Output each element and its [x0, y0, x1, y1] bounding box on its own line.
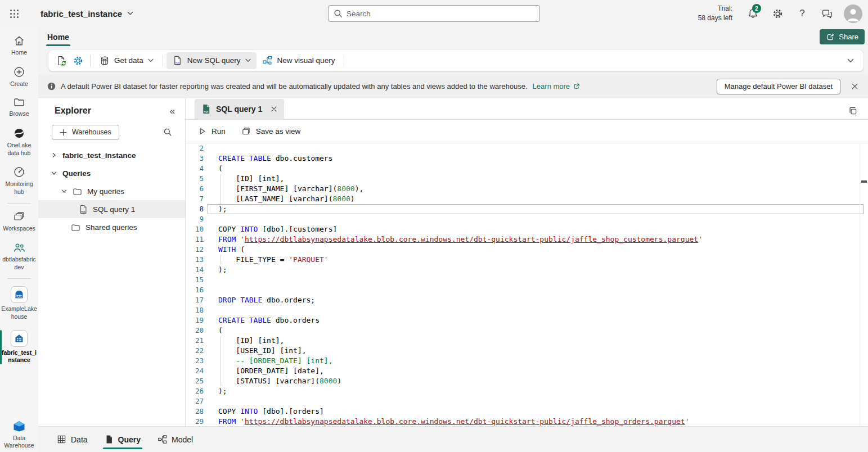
- code-line-content[interactable]: [LAST_NAME] [varchar](8000): [208, 194, 863, 204]
- code-line-content[interactable]: -- [ORDER_DATE] [int],: [208, 356, 863, 366]
- sql-editor[interactable]: 23CREATE TABLE dbo.customers4(5 [ID] [in…: [186, 143, 868, 426]
- refresh-document-button[interactable]: [53, 52, 70, 69]
- code-line[interactable]: 20(: [186, 326, 863, 336]
- code-line-content[interactable]: [ID] [int],: [208, 174, 863, 184]
- code-line[interactable]: 8);: [186, 204, 863, 214]
- code-line[interactable]: 2: [186, 143, 863, 153]
- notifications-button[interactable]: 2: [740, 1, 765, 26]
- workspace-switcher[interactable]: fabric_test_instance: [41, 9, 133, 19]
- code-line[interactable]: 21 [ID] [int],: [186, 336, 863, 346]
- explorer-search-button[interactable]: [159, 124, 176, 141]
- code-line[interactable]: 10COPY INTO [dbo].[customers]: [186, 224, 863, 234]
- code-line[interactable]: 7 [LAST_NAME] [varchar](8000): [186, 194, 863, 204]
- help-button[interactable]: ?: [790, 1, 815, 26]
- settings-button-toolbar[interactable]: [70, 52, 87, 69]
- new-sql-query-button[interactable]: SQL New SQL query: [167, 52, 257, 69]
- code-line-content[interactable]: [208, 285, 863, 295]
- code-line-content[interactable]: COPY INTO [dbo].[customers]: [208, 224, 863, 234]
- code-line[interactable]: 24 [ORDER_DATE] [date],: [186, 366, 863, 376]
- rail-item-fabric-test-instance[interactable]: fabric_test_instance: [0, 326, 38, 369]
- code-line-content[interactable]: [FIRST_NAME] [varchar](8000),: [208, 184, 863, 194]
- code-line-content[interactable]: [208, 143, 863, 153]
- code-line-content[interactable]: COPY INTO [dbo].[orders]: [208, 406, 863, 417]
- tab-model[interactable]: Model: [156, 427, 195, 452]
- code-line-content[interactable]: [ORDER_DATE] [date],: [208, 366, 863, 376]
- waffle-menu-icon[interactable]: [0, 0, 28, 27]
- tree-item-sql-query-1[interactable]: SQL SQL query 1: [38, 200, 185, 218]
- new-visual-query-button[interactable]: New visual query: [257, 52, 341, 69]
- rail-item-data-warehouse[interactable]: Data Warehouse: [0, 415, 38, 452]
- banner-close-button[interactable]: [845, 78, 863, 96]
- code-line-content[interactable]: [ID] [int],: [208, 336, 863, 346]
- tree-item-shared-queries[interactable]: Shared queries: [38, 218, 185, 236]
- code-line[interactable]: 11FROM 'https://dbtlabsynapsedatalake.bl…: [186, 234, 863, 245]
- code-line-content[interactable]: FILE_TYPE = 'PARQUET': [208, 255, 863, 265]
- search-input[interactable]: [347, 10, 534, 18]
- share-button[interactable]: Share: [820, 29, 865, 44]
- add-warehouses-button[interactable]: Warehouses: [52, 125, 119, 140]
- copy-button[interactable]: [845, 103, 860, 118]
- code-line-content[interactable]: CREATE TABLE dbo.customers: [208, 153, 863, 164]
- code-line[interactable]: 22 [USER_ID] [int],: [186, 346, 863, 356]
- code-line[interactable]: 4(: [186, 164, 863, 174]
- code-line-content[interactable]: [208, 396, 863, 406]
- rail-item-home[interactable]: Home: [0, 30, 38, 61]
- rail-item-create[interactable]: Create: [0, 61, 38, 93]
- rail-item-monitoring-hub[interactable]: Monitoring hub: [0, 161, 38, 200]
- get-data-button[interactable]: Get data: [94, 52, 159, 69]
- tree-item-my-queries[interactable]: My queries: [38, 182, 185, 200]
- code-line-content[interactable]: [208, 275, 863, 285]
- run-button[interactable]: Run: [193, 123, 231, 140]
- tab-query[interactable]: Query: [103, 427, 142, 452]
- explorer-collapse-button[interactable]: «: [170, 106, 175, 116]
- code-line[interactable]: 6 [FIRST_NAME] [varchar](8000),: [186, 184, 863, 194]
- learn-more-link[interactable]: Learn more: [533, 82, 580, 91]
- code-line-content[interactable]: );: [208, 265, 863, 275]
- code-line-content[interactable]: (: [208, 326, 863, 336]
- code-line-content[interactable]: );: [208, 386, 863, 396]
- code-line[interactable]: 28COPY INTO [dbo].[orders]: [186, 406, 863, 417]
- code-line[interactable]: 18: [186, 305, 863, 315]
- code-lines[interactable]: 23CREATE TABLE dbo.customers4(5 [ID] [in…: [186, 143, 863, 426]
- code-line[interactable]: 26);: [186, 386, 863, 396]
- tab-sql-query-1[interactable]: SQL SQL query 1: [195, 99, 284, 119]
- avatar[interactable]: [844, 4, 862, 23]
- code-line[interactable]: 12WITH (: [186, 245, 863, 255]
- code-line[interactable]: 9: [186, 214, 863, 224]
- rail-item-workspaces[interactable]: Workspaces: [0, 206, 38, 237]
- tree-item-fabric-test-instance[interactable]: fabric_test_instance: [38, 146, 185, 164]
- code-line-content[interactable]: );: [208, 204, 863, 214]
- code-line-content[interactable]: (: [208, 164, 863, 174]
- tab-data[interactable]: Data: [55, 427, 89, 452]
- code-line[interactable]: 13 FILE_TYPE = 'PARQUET': [186, 255, 863, 265]
- code-line-content[interactable]: FROM 'https://dbtlabsynapsedatalake.blob…: [208, 417, 863, 426]
- code-line[interactable]: 23 -- [ORDER_DATE] [int],: [186, 356, 863, 366]
- settings-button[interactable]: [765, 1, 790, 26]
- tab-home[interactable]: Home: [46, 27, 70, 47]
- rail-item-dbtlabsfabricdev[interactable]: dbtlabsfabricdev: [0, 237, 38, 275]
- editor-scrollbar[interactable]: [860, 143, 868, 426]
- toolbar-collapse-button[interactable]: [842, 52, 859, 69]
- code-line[interactable]: 29FROM 'https://dbtlabsynapsedatalake.bl…: [186, 417, 863, 426]
- code-line-content[interactable]: [208, 305, 863, 315]
- code-line-content[interactable]: FROM 'https://dbtlabsynapsedatalake.blob…: [208, 234, 863, 245]
- save-as-view-button[interactable]: Save as view: [236, 123, 306, 140]
- tree-item-queries[interactable]: Queries: [38, 164, 185, 182]
- code-line[interactable]: 14);: [186, 265, 863, 275]
- code-line[interactable]: 5 [ID] [int],: [186, 174, 863, 184]
- manage-default-dataset-button[interactable]: Manage default Power BI dataset: [717, 79, 840, 94]
- tab-close-button[interactable]: [267, 102, 281, 116]
- code-line-content[interactable]: WITH (: [208, 245, 863, 255]
- code-line-content[interactable]: [208, 214, 863, 224]
- code-line-content[interactable]: [USER_ID] [int],: [208, 346, 863, 356]
- global-search[interactable]: [328, 5, 540, 22]
- rail-item-onelake-data-hub[interactable]: OneLake data hub: [0, 123, 38, 161]
- code-line-content[interactable]: DROP TABLE dbo.orders;: [208, 295, 863, 305]
- rail-item-browse[interactable]: Browse: [0, 92, 38, 123]
- code-line[interactable]: 27: [186, 396, 863, 406]
- code-line-content[interactable]: [STATUS] [varchar](8000): [208, 376, 863, 386]
- code-line[interactable]: 15: [186, 275, 863, 285]
- code-line[interactable]: 25 [STATUS] [varchar](8000): [186, 376, 863, 386]
- code-line[interactable]: 17DROP TABLE dbo.orders;: [186, 295, 863, 305]
- rail-item-examplelakehouse[interactable]: ExampleLakehouse: [0, 282, 38, 325]
